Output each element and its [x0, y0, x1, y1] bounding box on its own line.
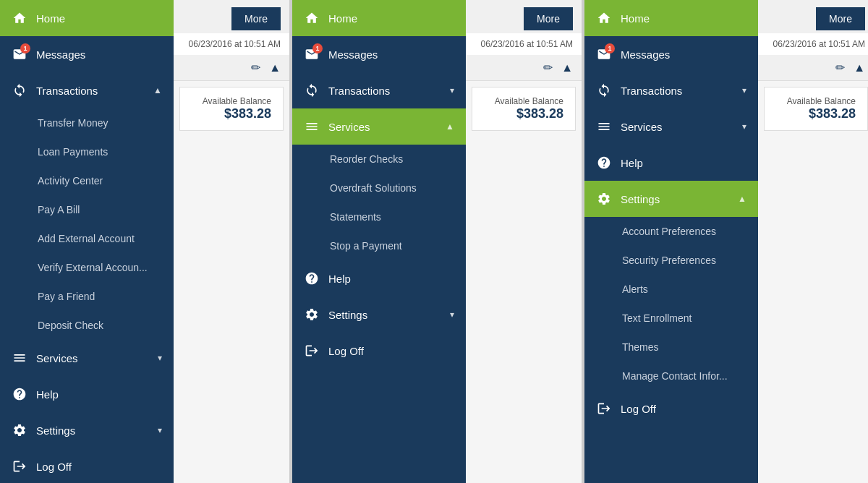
- sidebar-item-logoff-3[interactable]: Log Off: [584, 390, 758, 427]
- settings-label-3: Settings: [621, 193, 729, 205]
- logoff-label-1: Log Off: [36, 461, 162, 473]
- sub-item-deposit-check[interactable]: Deposit Check: [0, 311, 174, 340]
- sidebar-item-services-3[interactable]: Services ▾: [584, 108, 758, 145]
- edit-icon-2[interactable]: ✏: [543, 61, 553, 74]
- balance-label-2: Available Balance: [484, 96, 563, 106]
- sidebar-item-home-1[interactable]: Home: [0, 0, 174, 36]
- services-arrow-1: ▾: [158, 353, 162, 363]
- collapse-icon-2[interactable]: ▲: [561, 61, 573, 74]
- services-label-1: Services: [36, 352, 149, 364]
- home-label-3: Home: [621, 12, 746, 25]
- messages-label-1: Messages: [36, 48, 162, 61]
- sidebar-item-home-2[interactable]: Home: [292, 0, 466, 36]
- sidebar-item-help-2[interactable]: Help: [292, 260, 466, 296]
- balance-label-1: Available Balance: [192, 96, 271, 106]
- sidebar-3: Home 1 Messages Transactions ▾ Services …: [584, 0, 758, 483]
- logoff-label-2: Log Off: [328, 345, 454, 357]
- settings-arrow-1: ▾: [158, 425, 162, 435]
- sub-item-reorder-checks[interactable]: Reorder Checks: [292, 145, 466, 174]
- services-label-2: Services: [328, 121, 437, 133]
- transactions-arrow-1: ▲: [153, 85, 162, 95]
- help-label-2: Help: [328, 273, 454, 285]
- sidebar-item-settings-2[interactable]: Settings ▾: [292, 296, 466, 333]
- transactions-arrow-3: ▾: [742, 85, 746, 95]
- messages-label-3: Messages: [621, 48, 746, 61]
- sidebar-item-help-3[interactable]: Help: [584, 145, 758, 181]
- date-bar-2: 06/23/2016 at 10:51 AM: [466, 33, 582, 55]
- sub-item-security-prefs[interactable]: Security Preferences: [584, 246, 758, 275]
- help-icon-3: [596, 155, 612, 171]
- sub-item-loan-payments[interactable]: Loan Payments: [0, 137, 174, 166]
- services-icon-3: [596, 119, 612, 134]
- sidebar-item-messages-1[interactable]: 1 Messages: [0, 36, 174, 72]
- sub-item-stop-payment[interactable]: Stop a Payment: [292, 231, 466, 260]
- sidebar-item-services-2[interactable]: Services ▲: [292, 108, 466, 145]
- transactions-label-2: Transactions: [328, 85, 441, 97]
- edit-bar-3: ✏ ▲: [758, 55, 868, 81]
- sub-item-transfer-money[interactable]: Transfer Money: [0, 108, 174, 137]
- edit-bar-2: ✏ ▲: [466, 55, 582, 81]
- settings-label-2: Settings: [328, 309, 441, 321]
- sidebar-item-transactions-1[interactable]: Transactions ▲: [0, 72, 174, 108]
- balance-card-2: Available Balance $383.28: [472, 87, 576, 131]
- settings-icon-2: [304, 307, 320, 322]
- sub-item-pay-bill[interactable]: Pay A Bill: [0, 195, 174, 224]
- sidebar-item-messages-3[interactable]: 1 Messages: [584, 36, 758, 72]
- services-arrow-3: ▾: [742, 121, 746, 132]
- sub-item-account-prefs[interactable]: Account Preferences: [584, 217, 758, 246]
- balance-amount-2: $383.28: [484, 106, 563, 121]
- sub-item-themes[interactable]: Themes: [584, 333, 758, 362]
- transactions-icon-1: [12, 82, 27, 98]
- edit-bar-1: ✏ ▲: [174, 55, 289, 81]
- sidebar-item-transactions-2[interactable]: Transactions ▾: [292, 72, 466, 108]
- sidebar-item-help-1[interactable]: Help: [0, 376, 174, 412]
- settings-arrow-3: ▲: [738, 194, 746, 204]
- settings-icon-3: [596, 191, 612, 207]
- logoff-icon-2: [304, 343, 320, 359]
- settings-label-1: Settings: [36, 424, 149, 437]
- sub-item-activity-center[interactable]: Activity Center: [0, 166, 174, 195]
- sidebar-item-home-3[interactable]: Home: [584, 0, 758, 36]
- edit-icon-3[interactable]: ✏: [835, 61, 845, 74]
- panel-2: Home 1 Messages Transactions ▾ Services …: [292, 0, 582, 483]
- balance-card-3: Available Balance $383.28: [764, 87, 868, 131]
- help-icon-2: [304, 270, 320, 286]
- help-label-1: Help: [36, 388, 162, 401]
- sidebar-item-messages-2[interactable]: 1 Messages: [292, 36, 466, 72]
- logoff-label-3: Log Off: [621, 403, 746, 415]
- more-button-3[interactable]: More: [816, 7, 865, 30]
- sub-item-verify-external[interactable]: Verify External Accoun...: [0, 253, 174, 282]
- sub-item-overdraft[interactable]: Overdraft Solutions: [292, 174, 466, 202]
- transactions-icon-2: [304, 82, 320, 98]
- edit-icon-1[interactable]: ✏: [251, 61, 260, 74]
- collapse-icon-1[interactable]: ▲: [269, 61, 281, 74]
- sidebar-item-settings-3[interactable]: Settings ▲: [584, 181, 758, 217]
- sub-item-statements[interactable]: Statements: [292, 202, 466, 231]
- sidebar-item-services-1[interactable]: Services ▾: [0, 340, 174, 376]
- more-button-2[interactable]: More: [524, 7, 573, 30]
- logoff-icon-3: [596, 401, 612, 416]
- messages-badge-3: 1: [605, 43, 615, 54]
- sub-item-add-external[interactable]: Add External Account: [0, 224, 174, 253]
- sub-item-manage-contact[interactable]: Manage Contact Infor...: [584, 362, 758, 390]
- more-button-1[interactable]: More: [231, 7, 281, 30]
- home-label-2: Home: [328, 12, 454, 25]
- services-arrow-2: ▲: [446, 121, 454, 132]
- sidebar-item-logoff-1[interactable]: Log Off: [0, 448, 174, 483]
- main-content-3: More 06/23/2016 at 10:51 AM ✏ ▲ Availabl…: [758, 0, 868, 483]
- transactions-label-3: Transactions: [621, 85, 733, 97]
- settings-icon-1: [12, 422, 27, 438]
- collapse-icon-3[interactable]: ▲: [854, 61, 865, 74]
- transactions-label-1: Transactions: [36, 85, 145, 97]
- balance-card-1: Available Balance $383.28: [179, 87, 284, 131]
- sidebar-item-logoff-2[interactable]: Log Off: [292, 333, 466, 369]
- messages-badge-2: 1: [312, 43, 323, 54]
- sidebar-item-transactions-3[interactable]: Transactions ▾: [584, 72, 758, 108]
- services-icon-1: [12, 350, 27, 366]
- sub-item-text-enrollment[interactable]: Text Enrollment: [584, 304, 758, 333]
- sidebar-item-settings-1[interactable]: Settings ▾: [0, 412, 174, 448]
- sub-item-pay-friend[interactable]: Pay a Friend: [0, 282, 174, 311]
- services-label-3: Services: [621, 121, 733, 133]
- sub-item-alerts[interactable]: Alerts: [584, 275, 758, 304]
- messages-badge-1: 1: [20, 43, 30, 54]
